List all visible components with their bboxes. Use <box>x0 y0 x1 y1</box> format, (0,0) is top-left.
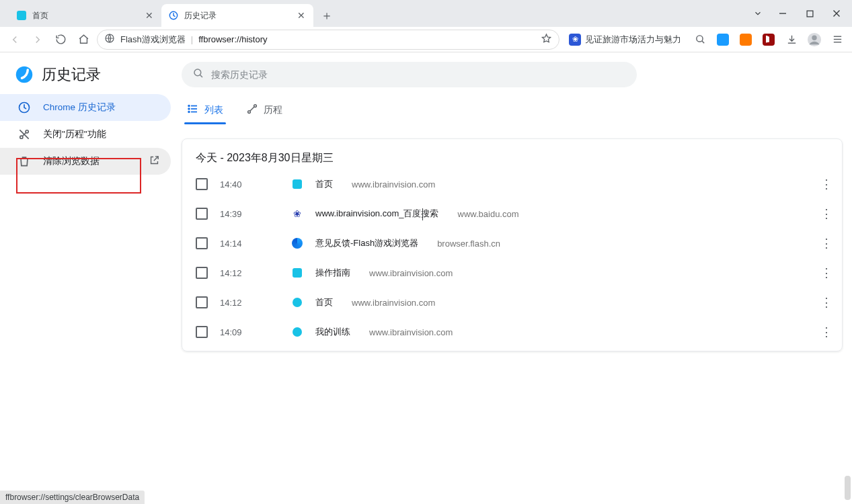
menu-button[interactable] <box>828 30 847 49</box>
address-brand: Flash游戏浏览器 <box>120 34 186 46</box>
bookmark-chip-label: 见证旅游市场活力与魅力 <box>585 34 681 46</box>
clock-icon <box>17 101 31 114</box>
history-row[interactable]: 14:40首页www.ibrainvision.com⋮ <box>182 169 842 199</box>
row-checkbox[interactable] <box>196 326 208 338</box>
bookmark-chip[interactable]: ❀ 见证旅游市场活力与魅力 <box>564 30 687 50</box>
close-icon[interactable]: ✕ <box>144 10 155 21</box>
browser-tab-history[interactable]: 历史记录 ✕ <box>161 4 313 27</box>
tab-list-button[interactable] <box>747 3 769 24</box>
profile-avatar-button[interactable] <box>805 30 824 49</box>
list-icon <box>187 103 199 117</box>
site-icon <box>293 268 302 278</box>
address-url: ffbrowser://history <box>198 34 535 44</box>
tab-title: 历史记录 <box>184 10 291 22</box>
row-title[interactable]: 我的训练 <box>315 326 350 338</box>
svg-point-21 <box>188 106 190 107</box>
svg-point-23 <box>188 112 190 113</box>
row-title[interactable]: www.ibrainvision.com_百度搜索 <box>315 208 439 220</box>
address-bar[interactable]: Flash游戏浏览器 | ffbrowser://history <box>97 30 559 50</box>
titlebar: 首页 ✕ 历史记录 ✕ ＋ <box>0 0 852 27</box>
page-header: 历史记录 <box>0 52 182 91</box>
maximize-button[interactable] <box>797 3 822 24</box>
trash-icon <box>17 155 31 168</box>
row-checkbox[interactable] <box>196 296 208 308</box>
row-checkbox[interactable] <box>196 208 208 220</box>
open-external-icon <box>149 155 160 168</box>
row-favicon <box>291 237 303 249</box>
row-favicon <box>291 267 303 279</box>
flash-icon[interactable] <box>759 30 778 49</box>
row-favicon: ❀ <box>291 208 303 220</box>
row-favicon <box>291 296 303 308</box>
row-more-button[interactable]: ⋮ <box>820 206 832 221</box>
window-controls <box>747 0 849 27</box>
svg-point-25 <box>254 105 257 108</box>
sidebar-item-disable-journeys[interactable]: 关闭"历程"功能 <box>0 121 171 148</box>
browser-tab-home[interactable]: 首页 ✕ <box>9 4 161 27</box>
row-checkbox[interactable] <box>196 267 208 279</box>
row-more-button[interactable]: ⋮ <box>820 177 832 192</box>
close-icon[interactable]: ✕ <box>296 10 307 21</box>
history-search-input[interactable] <box>211 69 626 80</box>
svg-point-8 <box>812 35 816 40</box>
row-more-button[interactable]: ⋮ <box>820 236 832 251</box>
scrollbar-handle[interactable] <box>845 476 851 500</box>
history-search[interactable] <box>182 62 637 87</box>
svg-point-17 <box>194 69 201 76</box>
sidebar-item-clear-data[interactable]: 清除浏览数据 <box>0 148 171 175</box>
search-button[interactable] <box>691 30 709 49</box>
search-icon <box>192 67 204 82</box>
history-row[interactable]: 14:12首页www.ibrainvision.com⋮ <box>182 288 842 317</box>
history-row[interactable]: 14:39❀www.ibrainvision.com_百度搜索www.baidu… <box>182 199 842 228</box>
row-url: browser.flash.cn <box>437 239 500 249</box>
row-checkbox[interactable] <box>196 237 208 249</box>
row-time: 14:39 <box>220 209 279 219</box>
row-checkbox[interactable] <box>196 178 208 190</box>
row-time: 14:12 <box>220 298 279 308</box>
new-tab-button[interactable]: ＋ <box>317 6 336 25</box>
bookmark-star-icon[interactable] <box>541 33 552 46</box>
row-title[interactable]: 意见反馈-Flash游戏浏览器 <box>315 237 418 249</box>
tab-journey-view[interactable]: 历程 <box>245 97 284 124</box>
forward-button[interactable] <box>28 30 47 49</box>
baidu-icon: ❀ <box>293 208 301 219</box>
extension-icon-2[interactable] <box>736 30 755 49</box>
row-time: 14:09 <box>220 327 279 337</box>
history-row[interactable]: 14:14意见反馈-Flash游戏浏览器browser.flash.cn⋮ <box>182 228 842 258</box>
reload-button[interactable] <box>51 30 70 49</box>
svg-point-22 <box>188 108 190 110</box>
row-url: www.ibrainvision.com <box>369 327 453 337</box>
site-icon <box>293 179 302 189</box>
row-time: 14:14 <box>220 239 279 249</box>
row-title[interactable]: 操作指南 <box>315 267 350 279</box>
history-icon <box>168 10 179 21</box>
row-time: 14:12 <box>220 268 279 278</box>
history-page: 历史记录 Chrome 历史记录 关闭"历程"功能 清除浏览数据 <box>0 52 852 504</box>
row-more-button[interactable]: ⋮ <box>820 295 832 310</box>
home-button[interactable] <box>74 30 93 49</box>
history-row[interactable]: 14:12操作指南www.ibrainvision.com⋮ <box>182 258 842 288</box>
tab-label: 历程 <box>264 104 282 116</box>
journeys-icon <box>246 103 258 117</box>
close-window-button[interactable] <box>824 3 849 24</box>
row-url: www.ibrainvision.com <box>352 298 435 308</box>
history-row[interactable]: 14:09我的训练www.ibrainvision.com⋮ <box>182 317 842 347</box>
tab-list-view[interactable]: 列表 <box>186 97 225 124</box>
sidebar-item-label: 清除浏览数据 <box>43 155 100 167</box>
status-bar: ffbrowser://settings/clearBrowserData <box>0 491 145 504</box>
row-more-button[interactable]: ⋮ <box>820 325 832 339</box>
extension-icon-1[interactable] <box>713 30 732 49</box>
row-title[interactable]: 首页 <box>315 178 333 190</box>
minimize-button[interactable] <box>770 3 796 24</box>
row-more-button[interactable]: ⋮ <box>820 265 832 280</box>
site-icon <box>293 298 302 307</box>
downloads-button[interactable] <box>782 30 801 49</box>
svg-line-16 <box>20 130 28 138</box>
tab-favicon <box>16 10 27 21</box>
row-url: www.baidu.com <box>458 209 519 219</box>
svg-point-14 <box>20 136 23 138</box>
back-button[interactable] <box>5 30 24 49</box>
view-tabs: 列表 历程 <box>182 97 843 124</box>
row-title[interactable]: 首页 <box>315 296 333 308</box>
sidebar-item-chrome-history[interactable]: Chrome 历史记录 <box>0 94 171 121</box>
